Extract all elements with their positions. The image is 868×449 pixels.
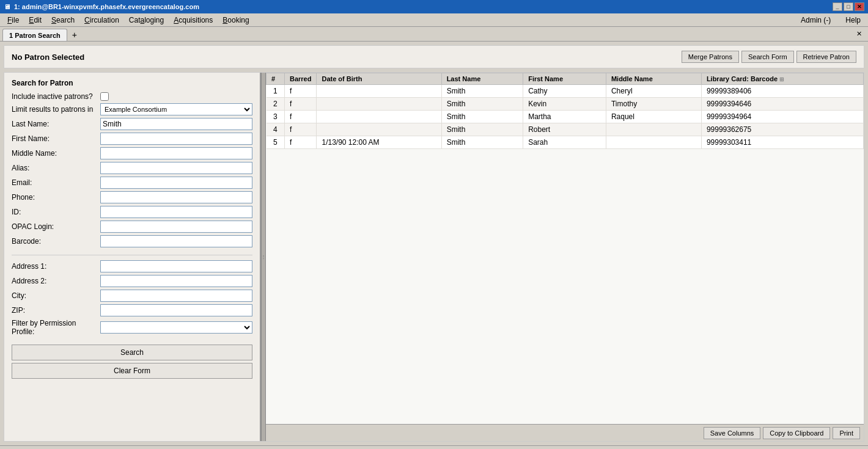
menu-booking[interactable]: Booking <box>218 15 254 26</box>
cell-librarycard: 99999394646 <box>701 98 863 111</box>
phone-row: Phone: <box>12 191 252 203</box>
opac-login-row: OPAC Login: <box>12 221 252 233</box>
middle-name-input[interactable] <box>100 147 252 159</box>
cell-lastname: Smith <box>441 111 523 123</box>
cell-lastname: Smith <box>441 98 523 111</box>
menu-admin[interactable]: Admin (-) <box>796 15 836 26</box>
filter-permission-row: Filter by Permission Profile: <box>12 319 252 336</box>
col-header-barred: Barred <box>285 73 317 85</box>
cell-num: 5 <box>267 136 285 149</box>
alias-input[interactable] <box>100 162 252 174</box>
menu-edit[interactable]: Edit <box>24 15 46 26</box>
address2-row: Address 2: <box>12 275 252 287</box>
col-header-num: # <box>267 73 285 85</box>
menu-search[interactable]: Search <box>46 15 79 26</box>
tab-patron-search[interactable]: 1 Patron Search <box>2 29 67 41</box>
col-header-lastname: Last Name <box>441 73 523 85</box>
retrieve-patron-button[interactable]: Retrieve Patron <box>796 51 856 63</box>
table-row[interactable]: 4 f Smith Robert 99999362675 <box>267 123 864 136</box>
title-bar-left: 🖥 1: admin@BR1-winxpvmfx.phasefx.evergre… <box>4 3 199 10</box>
results-bottom-bar: Save Columns Copy to Clipboard Print <box>266 424 864 441</box>
status-bar <box>0 445 868 449</box>
menu-file[interactable]: File <box>2 15 24 26</box>
alias-row: Alias: <box>12 162 252 174</box>
address1-input[interactable] <box>100 260 252 272</box>
cell-librarycard: 99999362675 <box>701 123 863 136</box>
merge-patrons-button[interactable]: Merge Patrons <box>682 51 739 63</box>
opac-login-input[interactable] <box>100 221 252 233</box>
id-label: ID: <box>12 208 100 216</box>
table-row[interactable]: 5 f 1/13/90 12:00 AM Smith Sarah 9999930… <box>267 136 864 149</box>
menu-circulation[interactable]: Circulation <box>79 15 124 26</box>
email-row: Email: <box>12 177 252 189</box>
id-input[interactable] <box>100 206 252 218</box>
phone-input[interactable] <box>100 191 252 203</box>
cell-dob <box>317 123 441 136</box>
menu-cataloging[interactable]: Cataloging <box>124 15 169 26</box>
barcode-row: Barcode: <box>12 235 252 247</box>
limit-results-select[interactable]: Example Consortium <box>100 103 252 115</box>
cell-librarycard: 99999303411 <box>701 136 863 149</box>
table-row[interactable]: 2 f Smith Kevin Timothy 99999394646 <box>267 98 864 111</box>
search-form-button[interactable]: Search Form <box>741 51 794 63</box>
limit-results-row: Limit results to patrons in Example Cons… <box>12 103 252 115</box>
id-row: ID: <box>12 206 252 218</box>
include-inactive-checkbox[interactable] <box>100 92 109 101</box>
cell-num: 1 <box>267 85 285 98</box>
cell-lastname: Smith <box>441 123 523 136</box>
cell-firstname: Sarah <box>523 136 606 149</box>
email-input[interactable] <box>100 177 252 189</box>
form-divider <box>12 255 252 255</box>
menu-help[interactable]: Help <box>840 15 866 26</box>
title-bar-controls[interactable]: _ □ ✕ <box>833 2 864 11</box>
cell-dob <box>317 98 441 111</box>
menu-acquisitions[interactable]: Acquisitions <box>169 15 218 26</box>
title-bar: 🖥 1: admin@BR1-winxpvmfx.phasefx.evergre… <box>0 0 868 13</box>
city-label: City: <box>12 291 100 300</box>
filter-permission-label: Filter by Permission Profile: <box>12 319 100 336</box>
print-button[interactable]: Print <box>833 427 860 439</box>
cell-lastname: Smith <box>441 136 523 149</box>
cell-lastname: Smith <box>441 85 523 98</box>
city-row: City: <box>12 290 252 302</box>
cell-barred: f <box>285 123 317 136</box>
include-inactive-label: Include inactive patrons? <box>12 92 100 101</box>
table-row[interactable]: 1 f Smith Cathy Cheryl 99999389406 <box>267 85 864 98</box>
last-name-input[interactable] <box>100 118 252 130</box>
zip-input[interactable] <box>100 304 252 316</box>
copy-to-clipboard-button[interactable]: Copy to Clipboard <box>763 427 830 439</box>
results-table: # Barred Date of Birth Last Name First N… <box>266 73 864 149</box>
close-button[interactable]: ✕ <box>855 2 864 11</box>
close-tab-icon[interactable]: ✕ <box>856 30 862 37</box>
col-header-middlename: Middle Name <box>606 73 701 85</box>
barcode-label: Barcode: <box>12 237 100 246</box>
col-header-dob: Date of Birth <box>317 73 441 85</box>
address2-input[interactable] <box>100 275 252 287</box>
filter-permission-select[interactable] <box>100 321 252 334</box>
table-row[interactable]: 3 f Smith Martha Raquel 99999394964 <box>267 111 864 123</box>
patron-bar: No Patron Selected Merge Patrons Search … <box>4 45 864 68</box>
cell-firstname: Robert <box>523 123 606 136</box>
cell-firstname: Kevin <box>523 98 606 111</box>
first-name-input[interactable] <box>100 133 252 145</box>
tab-add-button[interactable]: + <box>67 29 82 41</box>
last-name-label: Last Name: <box>12 120 100 128</box>
cell-barred: f <box>285 111 317 123</box>
email-label: Email: <box>12 178 100 187</box>
phone-label: Phone: <box>12 193 100 202</box>
minimize-button[interactable]: _ <box>833 2 842 11</box>
last-name-row: Last Name: <box>12 118 252 130</box>
clear-form-button[interactable]: Clear Form <box>12 363 252 379</box>
maximize-button[interactable]: □ <box>844 2 853 11</box>
search-panel: Search for Patron Include inactive patro… <box>4 73 261 441</box>
search-button[interactable]: Search <box>12 345 252 360</box>
address1-label: Address 1: <box>12 262 100 271</box>
panel-divider[interactable]: ⋮ <box>261 73 266 441</box>
first-name-row: First Name: <box>12 133 252 145</box>
col-header-librarycard: Library Card: Barcode ⊞ <box>701 73 863 85</box>
save-columns-button[interactable]: Save Columns <box>704 427 761 439</box>
col-resize-icon[interactable]: ⊞ <box>779 76 784 82</box>
city-input[interactable] <box>100 290 252 302</box>
barcode-input[interactable] <box>100 235 252 247</box>
cell-middlename: Cheryl <box>606 85 701 98</box>
